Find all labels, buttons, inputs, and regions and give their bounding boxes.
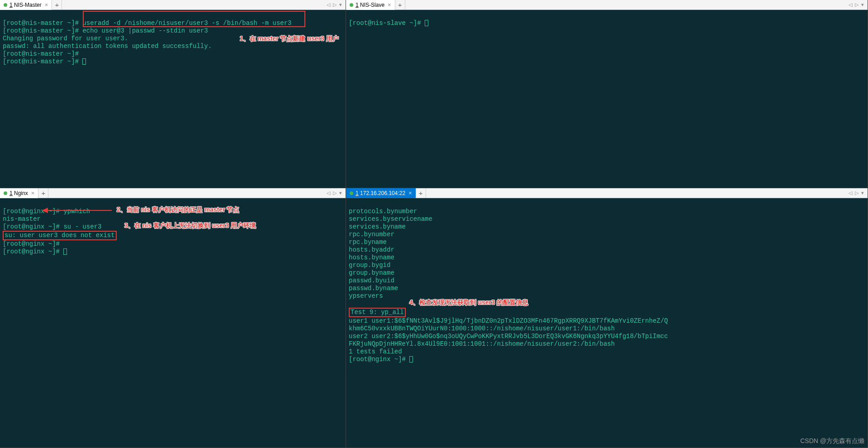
close-icon[interactable]: × bbox=[388, 1, 391, 8]
output-line: hosts.byaddr bbox=[349, 246, 394, 253]
command-su: su - user3 bbox=[63, 223, 101, 230]
add-tab-button[interactable]: + bbox=[38, 188, 48, 198]
tab-nis-slave[interactable]: 1 NIS-Slave × bbox=[346, 0, 395, 10]
output-line: rpc.bynumber bbox=[349, 231, 394, 238]
tabbar: 1 NIS-Slave × + ◁ ▷ ▾ bbox=[346, 0, 868, 10]
prompt: [root@nginx ~]# bbox=[3, 208, 63, 215]
scroll-right-icon[interactable]: ▷ bbox=[333, 190, 337, 196]
scroll-left-icon[interactable]: ◁ bbox=[849, 2, 852, 8]
tabbar: 1 NIS-Master × + ◁ ▷ ▾ bbox=[0, 0, 346, 10]
pane-remote: 1 172.16.206.104:22 × + ◁ ▷ ▾ protocols.… bbox=[346, 188, 868, 448]
output-line: user1 user1:$6$fNNt3Avl$J9jlHq/TjbnDZ0n2… bbox=[349, 317, 668, 324]
cursor-icon bbox=[63, 248, 67, 255]
highlight-box-su-error: su: user user3 does not exist bbox=[3, 231, 117, 240]
output-line: passwd.byuid bbox=[349, 277, 394, 284]
output-line: 1 tests failed bbox=[349, 348, 402, 355]
tab-title: NIS-Master bbox=[14, 2, 42, 8]
annotation-4: 4、检查发现无法获取到 user3 的配置信息 bbox=[409, 299, 528, 306]
cursor-icon bbox=[409, 356, 413, 362]
menu-down-icon[interactable]: ▾ bbox=[861, 190, 864, 196]
cursor-icon bbox=[425, 20, 428, 26]
pane-nginx: 1 Nginx × + ◁ ▷ ▾ [root@nginx ~]# ypwhic… bbox=[0, 188, 346, 448]
tabbar: 1 Nginx × + ◁ ▷ ▾ bbox=[0, 188, 346, 198]
command-passwd: echo user@3 |passwd --stdin user3 bbox=[82, 27, 208, 34]
tab-title: NIS-Slave bbox=[360, 2, 384, 8]
scroll-arrows: ◁ ▷ ▾ bbox=[327, 2, 346, 8]
scroll-right-icon[interactable]: ▷ bbox=[855, 2, 859, 8]
output-line: rpc.byname bbox=[349, 238, 387, 246]
output-line: group.byname bbox=[349, 269, 394, 276]
close-icon[interactable]: × bbox=[45, 1, 48, 8]
prompt: [root@nginx ~]# bbox=[3, 248, 63, 255]
tab-index: 1 bbox=[356, 2, 359, 8]
output-line: ypservers bbox=[349, 292, 383, 300]
scroll-left-icon[interactable]: ◁ bbox=[327, 190, 330, 196]
terminal-remote[interactable]: protocols.bynumber services.byservicenam… bbox=[346, 198, 868, 448]
cursor-icon bbox=[82, 58, 86, 65]
annotation-1: 1、在 master 节点新建 user3 用户 bbox=[240, 35, 339, 43]
tab-index: 1 bbox=[9, 2, 13, 8]
output-line: protocols.bynumber bbox=[349, 208, 417, 215]
prompt: [root@nginx ~]# bbox=[3, 240, 60, 248]
prompt: [root@nis-master ~]# bbox=[3, 19, 82, 27]
prompt: [root@nis-master ~]# bbox=[3, 58, 82, 65]
add-tab-button[interactable]: + bbox=[395, 0, 405, 10]
tab-index: 1 bbox=[9, 190, 13, 196]
scroll-left-icon[interactable]: ◁ bbox=[849, 190, 852, 196]
menu-down-icon[interactable]: ▾ bbox=[861, 2, 864, 8]
output-line: user2 user2:$6$yHhUw0Go$nq3oUQyCwPoKKPyx… bbox=[349, 333, 668, 340]
tab-title: Nginx bbox=[14, 190, 28, 196]
output-line: group.bygid bbox=[349, 262, 390, 269]
status-dot-icon bbox=[4, 191, 7, 195]
status-dot-icon bbox=[350, 3, 353, 7]
terminal-nginx[interactable]: [root@nginx ~]# ypwhich nis-master [root… bbox=[0, 198, 346, 448]
pane-nis-slave: 1 NIS-Slave × + ◁ ▷ ▾ [root@nis-slave ~]… bbox=[346, 0, 868, 188]
scroll-arrows: ◁ ▷ ▾ bbox=[327, 190, 346, 196]
add-tab-button[interactable]: + bbox=[416, 188, 426, 198]
annotation-3: 3、在 nis 客户机上无法切换到 user3 用户环境 bbox=[124, 222, 256, 229]
close-icon[interactable]: × bbox=[408, 190, 412, 196]
prompt: [root@nginx ~]# bbox=[349, 356, 409, 363]
menu-down-icon[interactable]: ▾ bbox=[339, 190, 342, 196]
status-dot-icon bbox=[350, 191, 353, 195]
scroll-right-icon[interactable]: ▷ bbox=[855, 190, 859, 196]
prompt: [root@nginx ~]# bbox=[3, 223, 63, 230]
prompt: [root@nis-master ~]# bbox=[3, 27, 82, 34]
annotation-2: 2、当前 nis 客户机访问的正是 master 节点 bbox=[117, 206, 240, 214]
output-line: hosts.byname bbox=[349, 254, 394, 261]
command-useradd: useradd -d /nishome/nisuser/user3 -s /bi… bbox=[82, 19, 291, 27]
tab-title: 172.16.206.104:22 bbox=[360, 190, 405, 196]
tab-remote[interactable]: 1 172.16.206.104:22 × bbox=[346, 188, 416, 198]
menu-down-icon[interactable]: ▾ bbox=[339, 2, 342, 8]
output-line: passwd.byname bbox=[349, 285, 398, 292]
terminal-nis-slave[interactable]: [root@nis-slave ~]# bbox=[346, 10, 868, 188]
output-su-error: su: user user3 does not exist bbox=[5, 232, 115, 239]
terminal-nis-master[interactable]: [root@nis-master ~]# useradd -d /nishome… bbox=[0, 10, 346, 188]
scroll-right-icon[interactable]: ▷ bbox=[333, 2, 337, 8]
output-line: services.byservicename bbox=[349, 215, 432, 223]
scroll-arrows: ◁ ▷ ▾ bbox=[849, 190, 868, 196]
output-line: Changing password for user user3. bbox=[3, 35, 128, 42]
output-nis-master: nis-master bbox=[3, 215, 41, 223]
close-icon[interactable]: × bbox=[31, 190, 35, 196]
tabbar: 1 172.16.206.104:22 × + ◁ ▷ ▾ bbox=[346, 188, 868, 198]
status-dot-icon bbox=[4, 3, 7, 7]
scroll-arrows: ◁ ▷ ▾ bbox=[849, 2, 868, 8]
scroll-left-icon[interactable]: ◁ bbox=[327, 2, 330, 8]
tab-nis-master[interactable]: 1 NIS-Master × bbox=[0, 0, 52, 10]
command-ypwhich: ypwhich bbox=[63, 208, 90, 215]
output-line: passwd: all authentication tokens update… bbox=[3, 43, 212, 50]
output-line: FKRjuNQpDjnHHReYl.8x4Ul9E0:1001:1001::/n… bbox=[349, 340, 615, 348]
tab-index: 1 bbox=[356, 190, 359, 196]
pane-nis-master: 1 NIS-Master × + ◁ ▷ ▾ [root@nis-master … bbox=[0, 0, 346, 188]
tab-nginx[interactable]: 1 Nginx × bbox=[0, 188, 38, 198]
prompt: [root@nis-slave ~]# bbox=[349, 19, 425, 27]
output-line: khm6C50vxxkUBBnTWQOiYUurN0:1000:1000::/n… bbox=[349, 325, 615, 332]
output-line: services.byname bbox=[349, 223, 406, 230]
output-test9: Test 9: yp_all bbox=[351, 309, 404, 316]
prompt: [root@nis-master ~]# bbox=[3, 50, 79, 57]
highlight-box-test9: Test 9: yp_all bbox=[349, 308, 406, 317]
add-tab-button[interactable]: + bbox=[52, 0, 62, 10]
